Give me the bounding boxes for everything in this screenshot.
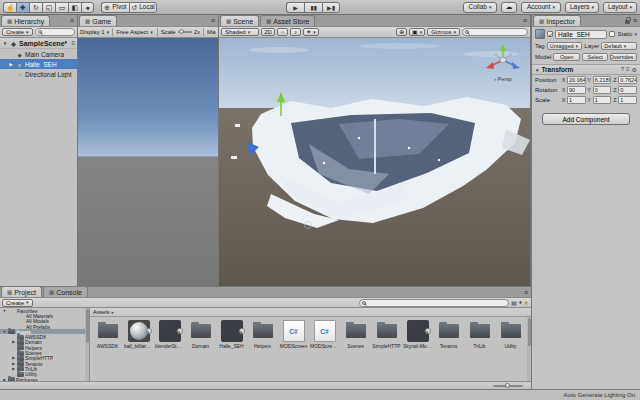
- x-value-field[interactable]: 1: [567, 96, 586, 104]
- layout-dropdown[interactable]: Layout: [603, 2, 637, 13]
- layers-dropdown[interactable]: Layers: [565, 2, 599, 13]
- scene-camera-icon[interactable]: ▣: [409, 28, 425, 36]
- 2d-toggle-button[interactable]: 2D: [261, 28, 275, 36]
- hierarchy-item[interactable]: Directional Light: [0, 69, 77, 79]
- static-checkbox[interactable]: [609, 31, 615, 37]
- rotate-tool-button[interactable]: ↻: [29, 2, 42, 13]
- asset-item[interactable]: C# Scenes: [341, 320, 370, 349]
- hierarchy-menu-icon[interactable]: ≡: [70, 17, 74, 24]
- scrollbar-thumb[interactable]: [528, 318, 531, 346]
- asset-item[interactable]: C# SimpleHTTP: [372, 320, 401, 349]
- account-dropdown[interactable]: Account: [521, 2, 561, 13]
- expand-arrow-icon[interactable]: [11, 367, 16, 371]
- expand-arrow-icon[interactable]: [11, 340, 16, 344]
- tab-project[interactable]: ▦ Project: [1, 286, 42, 297]
- grid-scrollbar[interactable]: [527, 317, 531, 381]
- tab-inspector[interactable]: ▦ Inspector: [533, 15, 581, 26]
- scale-tool-button[interactable]: ◱: [42, 2, 55, 13]
- pause-button[interactable]: ▮▮: [304, 2, 322, 13]
- static-label[interactable]: Static: [617, 31, 637, 37]
- scene-header-row[interactable]: SampleScene* ≡: [0, 38, 77, 49]
- open-button[interactable]: Open: [553, 53, 580, 61]
- asset-item[interactable]: C# Utility: [496, 320, 525, 349]
- tag-dropdown[interactable]: Untagged: [547, 42, 583, 50]
- scene-search-input[interactable]: [471, 29, 525, 35]
- project-create-dropdown[interactable]: Create: [2, 299, 33, 307]
- scene-effects-icon[interactable]: ✦: [303, 28, 319, 36]
- scene-lighting-icon[interactable]: ☼: [277, 28, 288, 36]
- expand-arrow-icon[interactable]: [11, 362, 16, 366]
- display-dropdown[interactable]: Display 1: [80, 29, 109, 35]
- favorites-star-icon[interactable]: ★: [524, 299, 529, 306]
- x-value-field[interactable]: 90: [567, 86, 586, 94]
- asset-item[interactable]: C# MODScreen: [279, 320, 308, 349]
- asset-item[interactable]: C# Halle_SEH: [217, 320, 246, 349]
- add-component-button[interactable]: Add Component: [542, 113, 630, 125]
- inspector-menu-icon[interactable]: ≡: [633, 17, 637, 24]
- foldout-arrow-icon[interactable]: [535, 66, 539, 73]
- y-value-field[interactable]: 0: [593, 86, 612, 94]
- lighting-status-label[interactable]: Auto Generate Lighting On: [564, 392, 635, 398]
- rect-tool-button[interactable]: ▭: [55, 2, 68, 13]
- local-toggle-button[interactable]: ↺ Local: [129, 2, 157, 13]
- z-value-field[interactable]: 1: [618, 96, 637, 104]
- preset-icon[interactable]: ≡: [626, 66, 630, 73]
- expand-arrow-icon[interactable]: [8, 62, 14, 67]
- layer-dropdown[interactable]: Default: [601, 42, 637, 50]
- scene-audio-icon[interactable]: ♪: [290, 28, 301, 36]
- game-viewport[interactable]: [78, 38, 218, 286]
- frame-selected-icon[interactable]: ⊕: [396, 28, 407, 36]
- shading-mode-dropdown[interactable]: Shaded: [221, 28, 259, 36]
- orientation-gizmo[interactable]: ‹ Persp: [482, 42, 524, 88]
- scene-search[interactable]: [462, 28, 528, 36]
- subasset-expander-icon[interactable]: [146, 328, 152, 334]
- project-search-input[interactable]: [368, 300, 506, 306]
- scrollbar-thumb[interactable]: [86, 309, 89, 343]
- asset-item[interactable]: C# TriLib: [465, 320, 494, 349]
- scene-viewport[interactable]: ‹ Persp: [219, 38, 530, 286]
- transform-component-header[interactable]: Transform ? ≡ ⚙: [532, 64, 640, 75]
- transform-tool-button[interactable]: ◧: [68, 2, 81, 13]
- expand-arrow-icon[interactable]: [2, 309, 7, 313]
- move-tool-button[interactable]: ✚: [16, 2, 29, 13]
- gizmos-dropdown[interactable]: Gizmos: [427, 28, 460, 36]
- asset-item[interactable]: C# ball_billiard_...: [124, 320, 153, 349]
- slider-knob[interactable]: [505, 383, 510, 388]
- expand-arrow-icon[interactable]: [11, 356, 16, 360]
- hierarchy-item[interactable]: Halle_SEH: [0, 59, 77, 69]
- custom-tool-button[interactable]: ●: [81, 2, 94, 13]
- x-value-field[interactable]: 20.0646: [567, 76, 586, 84]
- game-menu-icon[interactable]: ≡: [211, 17, 215, 24]
- gear-icon[interactable]: ⚙: [632, 66, 637, 73]
- hierarchy-item[interactable]: Main Camera: [0, 49, 77, 59]
- tab-asset-store[interactable]: ▦ Asset Store: [260, 15, 315, 26]
- inspector-lock-icon[interactable]: [625, 20, 630, 24]
- hierarchy-search-input[interactable]: [44, 29, 72, 35]
- play-button[interactable]: ▶: [286, 2, 304, 13]
- subasset-expander-icon[interactable]: [425, 328, 431, 334]
- project-menu-icon[interactable]: ≡: [524, 289, 528, 296]
- z-value-field[interactable]: 0: [618, 86, 637, 94]
- help-icon[interactable]: ?: [621, 66, 624, 73]
- asset-item[interactable]: C# Helpers: [248, 320, 277, 349]
- breadcrumb-assets[interactable]: Assets: [93, 309, 110, 315]
- pivot-toggle-button[interactable]: ⊕ Pivot: [101, 2, 129, 13]
- game-scale-slider[interactable]: [178, 31, 192, 33]
- hand-tool-button[interactable]: ☝: [3, 2, 16, 13]
- z-value-field[interactable]: 0.76245: [618, 76, 637, 84]
- collab-dropdown[interactable]: Collab: [463, 2, 497, 13]
- overrides-dropdown[interactable]: Overrides: [610, 53, 637, 61]
- tab-hierarchy[interactable]: ▦ Hierarchy: [1, 15, 50, 26]
- thumbnail-size-slider[interactable]: [493, 385, 523, 387]
- maximize-on-play-toggle[interactable]: Maximize On Play: [207, 29, 216, 35]
- asset-item[interactable]: C# Domain: [186, 320, 215, 349]
- aspect-dropdown[interactable]: Free Aspect: [116, 29, 153, 35]
- slider-knob[interactable]: [179, 29, 184, 34]
- asset-item[interactable]: C# AWSSDK: [93, 320, 122, 349]
- y-value-field[interactable]: 6.21891: [593, 76, 612, 84]
- asset-item[interactable]: C# Skyrail-Muste...: [403, 320, 432, 349]
- project-search[interactable]: [359, 299, 509, 307]
- object-name-field[interactable]: [555, 30, 607, 39]
- tab-game[interactable]: ▦ Game: [79, 15, 117, 26]
- hierarchy-create-dropdown[interactable]: Create: [2, 28, 33, 36]
